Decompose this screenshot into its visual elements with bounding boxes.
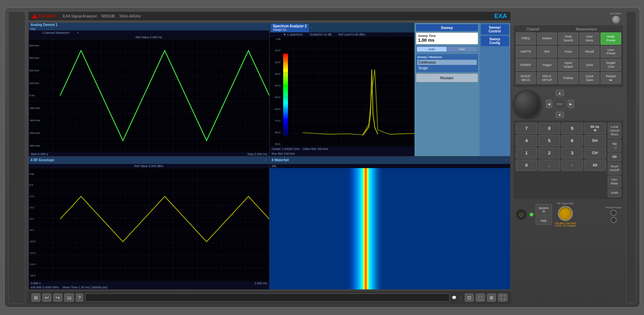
keypad-section: 7 8 9 Bk Sp⊕ 4 5 6 Del 1 2 3 Ctrl bbox=[514, 121, 623, 199]
save-button[interactable]: Save bbox=[579, 59, 600, 71]
keyboard-button[interactable]: ⌨ bbox=[608, 153, 621, 161]
quick-save-button[interactable]: QuickSave bbox=[579, 72, 600, 84]
panel1-tab-bar: 2 Demod Waveform ▼ bbox=[29, 30, 270, 35]
channel-header: Channel bbox=[516, 27, 550, 31]
key-5[interactable]: 5 bbox=[538, 135, 560, 146]
panel4-title: 4 Waterfall bbox=[272, 158, 289, 162]
chat-icon: 💬 bbox=[452, 296, 457, 300]
alt-button[interactable]: Alt bbox=[584, 160, 606, 171]
key-9[interactable]: 9 bbox=[561, 123, 583, 134]
ctrl-redo-button[interactable]: Ctrl+Redo bbox=[608, 176, 621, 188]
bk-sp-button[interactable]: Bk Sp⊕ bbox=[584, 123, 606, 134]
display-button[interactable]: Display bbox=[558, 72, 578, 84]
probe-section: Probe Power bbox=[606, 206, 621, 223]
user-preset-button[interactable]: UserPreset bbox=[601, 46, 621, 58]
help-sys-button[interactable]: Help bbox=[536, 217, 552, 225]
system-buttons: System⚙ Help bbox=[536, 204, 552, 225]
undo-button[interactable]: ↩ bbox=[42, 293, 51, 302]
right-handle bbox=[626, 11, 636, 304]
touch-on-off-button[interactable]: TouchOn/Off bbox=[608, 162, 621, 175]
bottom-row: ⏻ System⚙ Help RF Input 50Ω +30 dBm (1W)… bbox=[514, 201, 623, 228]
key-8[interactable]: 8 bbox=[538, 123, 560, 134]
man-button[interactable]: Man bbox=[447, 47, 477, 52]
panel4-header: 4 Waterfall ▼ bbox=[270, 156, 510, 164]
svg-rect-0 bbox=[29, 39, 270, 152]
btn-row-2: AMPTD BW Trace Recall UserPreset bbox=[516, 46, 621, 58]
sweep-measure-title: Sweep / Measure bbox=[417, 55, 477, 59]
panel1-ref: Ref Value 0.000 Hz bbox=[29, 35, 270, 39]
sweep-control-button[interactable]: Sweep/Control bbox=[481, 24, 509, 35]
single-option[interactable]: Single bbox=[417, 66, 477, 71]
freq-button[interactable]: FREQ bbox=[516, 32, 536, 45]
continuous-option[interactable]: Continuous bbox=[417, 60, 477, 65]
waterfall-svg bbox=[270, 168, 510, 290]
meas-setup-button[interactable]: MEASSETUP bbox=[537, 72, 557, 84]
key-row-1: 7 8 9 Bk Sp⊕ bbox=[516, 123, 606, 134]
auto-button[interactable]: Auto bbox=[417, 47, 447, 52]
ctrl-button[interactable]: Ctrl bbox=[584, 147, 606, 159]
sweep-config-button[interactable]: SweepConfig bbox=[481, 36, 509, 46]
cursor-button[interactable]: ⬚ bbox=[476, 293, 485, 302]
probe-connectors bbox=[610, 210, 617, 223]
nav-left-button[interactable]: ◀ bbox=[546, 100, 552, 108]
del-button[interactable]: Del bbox=[584, 135, 606, 146]
nav-up-button[interactable]: ▲ bbox=[556, 90, 564, 96]
help-button[interactable]: ? bbox=[76, 293, 83, 302]
key-3[interactable]: 3 bbox=[561, 147, 583, 159]
key-0[interactable]: 0 bbox=[516, 160, 538, 171]
mode-preset-button[interactable]: ModePreset bbox=[601, 32, 621, 45]
amptd-button[interactable]: AMPTD bbox=[516, 46, 536, 58]
undo-key-button[interactable]: Undo bbox=[608, 189, 621, 197]
sweep-button[interactable]: SWEEP bbox=[516, 59, 536, 71]
key-2[interactable]: 2 bbox=[538, 147, 560, 159]
tab-button[interactable]: Tab→| bbox=[608, 140, 621, 152]
expand-button[interactable]: ⛶ bbox=[498, 293, 508, 302]
panel1-chart: 800 kHz 600 kHz 400 kHz 200 kHz 0 Hz -20… bbox=[29, 39, 270, 152]
key-4[interactable]: 4 bbox=[516, 135, 538, 146]
bw-button[interactable]: BW bbox=[537, 46, 557, 58]
layout-button[interactable]: ⊡ bbox=[465, 293, 474, 302]
restart-button[interactable]: Restart⏮ bbox=[601, 72, 621, 84]
svg-rect-2 bbox=[29, 168, 270, 282]
key-dot[interactable]: . bbox=[538, 160, 560, 171]
file-button[interactable]: 🗂 bbox=[64, 293, 74, 302]
restart-sweep-button[interactable]: Restart bbox=[416, 73, 478, 82]
control-grid: Channel Measurement FREQ Marker PeakSear… bbox=[514, 25, 623, 87]
key-row-4: 0 . - Alt bbox=[516, 160, 606, 171]
panel1-header: Analog Demod 1 FM bbox=[29, 23, 270, 30]
mode-meas-button[interactable]: MODE/MEAS bbox=[516, 72, 536, 84]
main-knob[interactable] bbox=[514, 90, 541, 118]
sweep-time-label: Sweep Time bbox=[418, 34, 476, 38]
key-7[interactable]: 7 bbox=[516, 123, 538, 134]
power-button[interactable]: ⏻ bbox=[515, 208, 527, 221]
marker-button[interactable]: Marker bbox=[537, 32, 557, 45]
trigger-button[interactable]: Trigger bbox=[537, 59, 557, 71]
sweep-panel-right: Sweep/Control SweepConfig bbox=[479, 23, 510, 156]
key-6[interactable]: 6 bbox=[561, 135, 583, 146]
grid-button[interactable]: ⊞ bbox=[487, 293, 496, 302]
command-input[interactable] bbox=[85, 293, 449, 302]
nav-down-button[interactable]: ▼ bbox=[556, 112, 564, 118]
key-minus[interactable]: - bbox=[561, 160, 583, 171]
system-button[interactable]: System⚙ bbox=[536, 204, 552, 216]
redo-button[interactable]: ↪ bbox=[53, 293, 62, 302]
panel-rf-envelope: 4 RF Envelope ▼ Ref Value 2.000 dBm Log … bbox=[29, 156, 270, 290]
svg-rect-4 bbox=[348, 168, 384, 290]
input-output-button[interactable]: Input/Output bbox=[558, 59, 578, 71]
local-cancel-button[interactable]: LocalCancel(Esc) bbox=[608, 123, 621, 138]
panel3-chart: Log 0.0 -2.0 -4.0 -6.0 -8.0 -10.0 -12.0 … bbox=[29, 168, 270, 282]
waterfall-chart bbox=[270, 168, 510, 290]
key-1[interactable]: 1 bbox=[516, 147, 538, 159]
screen-section: KEYSIGHT EXA Signal Analyzer N9010B 10Hz… bbox=[28, 11, 511, 304]
header-bar: KEYSIGHT EXA Signal Analyzer N9010B 10Hz… bbox=[28, 11, 511, 21]
nav-enter-button[interactable]: Enter bbox=[553, 97, 567, 111]
peak-search-button[interactable]: PeakSearch bbox=[558, 32, 578, 45]
recall-button[interactable]: Recall bbox=[579, 46, 600, 58]
user-menu-button[interactable]: UserMenu bbox=[579, 32, 600, 45]
windows-button[interactable]: ⊞ bbox=[31, 293, 40, 302]
svg-rect-3 bbox=[270, 168, 510, 290]
trace-button[interactable]: Trace bbox=[558, 46, 578, 58]
brand-name: KEYSIGHT bbox=[39, 14, 56, 18]
single-cont-button[interactable]: Single/Cont bbox=[601, 59, 621, 71]
nav-right-button[interactable]: ▶ bbox=[568, 100, 574, 108]
